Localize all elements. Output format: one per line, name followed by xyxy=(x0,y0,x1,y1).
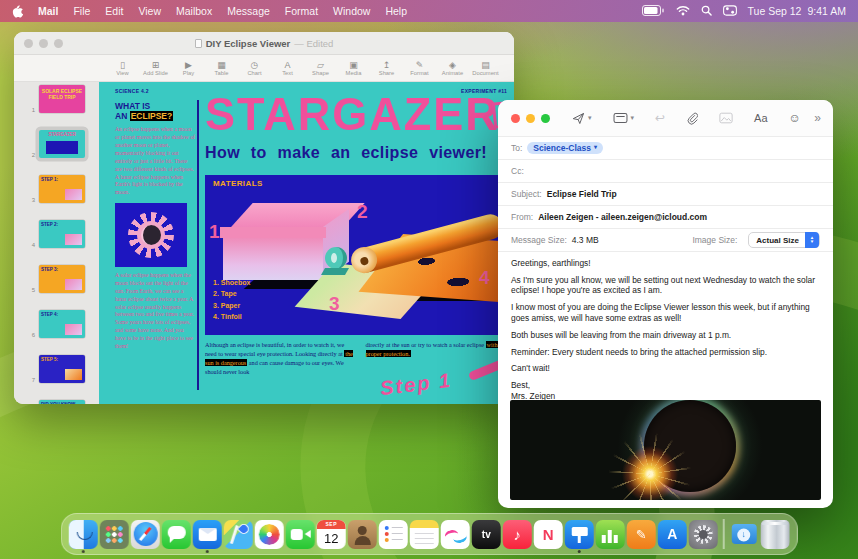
keynote-titlebar[interactable]: DIY Eclipse Viewer— Edited xyxy=(14,32,514,55)
close-button[interactable] xyxy=(511,114,520,123)
menu-bar-clock[interactable]: Tue Sep 12 9:41 AM xyxy=(748,5,846,17)
keynote-toolbar-button[interactable]: ▣ Media xyxy=(337,60,370,76)
to-field[interactable]: To: Science-Class ▾ xyxy=(498,136,833,159)
image-size-dropdown[interactable]: Actual Size ▲ ▼ xyxy=(748,232,820,248)
finder-dock-icon[interactable] xyxy=(69,520,98,549)
pages-dock-icon[interactable]: ✎ xyxy=(627,520,656,549)
appletv-dock-icon[interactable]: tv xyxy=(472,520,501,549)
column-divider xyxy=(197,100,199,390)
keynote-toolbar-button[interactable]: ▯ View xyxy=(106,60,139,76)
maps-dock-icon[interactable] xyxy=(224,520,253,549)
message-body[interactable]: Greetings, earthlings! As I'm sure you a… xyxy=(498,251,833,400)
minimize-button[interactable] xyxy=(526,114,535,123)
from-label: From: xyxy=(511,212,533,222)
menubar-item[interactable]: Help xyxy=(385,5,407,17)
menubar-item[interactable]: Window xyxy=(333,5,370,17)
material-number-3: 3 xyxy=(329,293,340,315)
zoom-button[interactable] xyxy=(54,39,63,48)
slide-thumbnail[interactable]: STEP 5: xyxy=(39,355,85,383)
facetime-dock-icon[interactable] xyxy=(286,520,315,549)
subject-field[interactable]: Subject: Eclipse Field Trip xyxy=(498,182,833,205)
send-button[interactable] xyxy=(572,112,585,125)
menubar-item[interactable]: File xyxy=(73,5,90,17)
format-button[interactable]: Aa xyxy=(754,112,767,124)
trash-dock-icon[interactable] xyxy=(760,520,789,549)
material-number-2: 2 xyxy=(357,201,368,223)
keynote-toolbar-button[interactable]: ↥ Share xyxy=(370,60,403,76)
slide-left-column: WHAT IS AN ECLIPSE? An eclipse happens w… xyxy=(115,101,195,356)
slide-canvas[interactable]: SCIENCE 4.2 EXPERIMENT #11 WHAT IS AN EC… xyxy=(99,82,514,404)
slide-main-column: STARGAZER How to make an eclipse viewer!… xyxy=(205,90,514,377)
menubar-item[interactable]: Message xyxy=(227,5,270,17)
slide-subtitle: How to make an eclipse viewer! xyxy=(205,144,514,162)
mail-dock-icon[interactable] xyxy=(193,520,222,549)
keynote-toolbar-button[interactable]: ◈ Animate xyxy=(436,60,469,76)
zoom-button[interactable] xyxy=(541,114,550,123)
attach-button[interactable] xyxy=(686,112,698,125)
search-icon[interactable] xyxy=(701,5,712,18)
send-options-chevron-icon[interactable]: ▾ xyxy=(588,114,592,122)
messages-dock-icon[interactable] xyxy=(162,520,191,549)
slide-thumbnail[interactable]: STEP 1: xyxy=(39,175,85,203)
from-field[interactable]: From: Aileen Zeigen - aileen.zeigen@iclo… xyxy=(498,205,833,228)
keynote-toolbar-button[interactable]: ◷ Chart xyxy=(238,60,271,76)
notes-dock-icon[interactable] xyxy=(410,520,439,549)
appstore-dock-icon[interactable]: A xyxy=(658,520,687,549)
document-icon xyxy=(195,39,202,48)
slide-thumbnail[interactable]: STEP 3: xyxy=(39,265,85,293)
dropdown-stepper-icon: ▲ ▼ xyxy=(805,232,819,248)
keynote-toolbar-button[interactable]: ▶ Play xyxy=(172,60,205,76)
warning-text-columns: Although an eclipse is beautiful, in ord… xyxy=(205,341,514,377)
photos-dock-icon[interactable] xyxy=(255,520,284,549)
wifi-icon[interactable] xyxy=(676,5,690,18)
subject-label: Subject: xyxy=(511,189,542,199)
dock-divider[interactable] xyxy=(720,519,728,549)
header-fields-button[interactable] xyxy=(613,112,628,124)
cc-field[interactable]: Cc: xyxy=(498,159,833,182)
menubar-item[interactable]: Mailbox xyxy=(176,5,212,17)
emoji-button[interactable]: ☺ xyxy=(789,111,801,125)
menubar-item[interactable]: Edit xyxy=(105,5,123,17)
menubar-item[interactable]: Format xyxy=(285,5,318,17)
warning-column-left: Although an eclipse is beautiful, in ord… xyxy=(205,341,354,377)
slide-thumbnail[interactable]: STEP 4: xyxy=(39,310,85,338)
keynote-toolbar-button[interactable]: ⊞ Add Slide xyxy=(139,60,172,76)
sun-icon xyxy=(128,212,174,258)
safari-dock-icon[interactable] xyxy=(131,520,160,549)
keynote-toolbar-button[interactable]: ▦ Table xyxy=(205,60,238,76)
materials-item: 2. Tape xyxy=(213,288,250,299)
recipient-token[interactable]: Science-Class ▾ xyxy=(527,142,603,154)
control-center-icon[interactable] xyxy=(723,5,737,18)
close-button[interactable] xyxy=(24,39,33,48)
keynote-toolbar-button[interactable]: ✎ Format xyxy=(403,60,436,76)
battery-icon[interactable] xyxy=(642,5,665,18)
slide-thumbnail[interactable]: DID YOU KNOW... xyxy=(39,400,85,404)
numbers-dock-icon[interactable] xyxy=(596,520,625,549)
downloads-dock-icon[interactable]: ↓ xyxy=(729,520,758,549)
mail-toolbar[interactable]: ▾ ▾ ↩ Aa ☺ » xyxy=(498,100,833,136)
calendar-dock-icon[interactable]: SEP 12 xyxy=(317,520,346,549)
keynote-dock-icon[interactable] xyxy=(565,520,594,549)
launchpad-dock-icon[interactable] xyxy=(100,520,129,549)
menubar-item[interactable]: View xyxy=(138,5,161,17)
reminders-dock-icon[interactable] xyxy=(379,520,408,549)
keynote-toolbar-button[interactable]: ▱ Shape xyxy=(304,60,337,76)
eclipse-attachment-image[interactable] xyxy=(510,400,821,500)
apple-menu-icon[interactable] xyxy=(12,5,23,18)
toolbar-button-icon: ▦ xyxy=(217,60,226,70)
contacts-dock-icon[interactable] xyxy=(348,520,377,549)
music-dock-icon[interactable]: ♪ xyxy=(503,520,532,549)
keynote-toolbar-button[interactable]: ▤ Document xyxy=(469,60,502,76)
slide-thumbnail[interactable]: STARGAZER xyxy=(39,130,85,158)
slide-thumbnail[interactable]: STEP 2: xyxy=(39,220,85,248)
header-fields-chevron-icon[interactable]: ▾ xyxy=(631,114,635,122)
settings-dock-icon[interactable] xyxy=(689,520,718,549)
keynote-toolbar-button[interactable]: A Text xyxy=(271,60,304,76)
slide-thumbnail-row: 8 DID YOU KNOW... xyxy=(26,400,99,404)
slide-thumbnail[interactable]: SOLAR ECLIPSE FIELD TRIP xyxy=(39,85,85,113)
news-dock-icon[interactable]: N xyxy=(534,520,563,549)
menubar-item[interactable]: Mail xyxy=(38,5,58,17)
minimize-button[interactable] xyxy=(39,39,48,48)
more-toolbar-items-chevron[interactable]: » xyxy=(814,111,820,125)
freeform-dock-icon[interactable] xyxy=(441,520,470,549)
